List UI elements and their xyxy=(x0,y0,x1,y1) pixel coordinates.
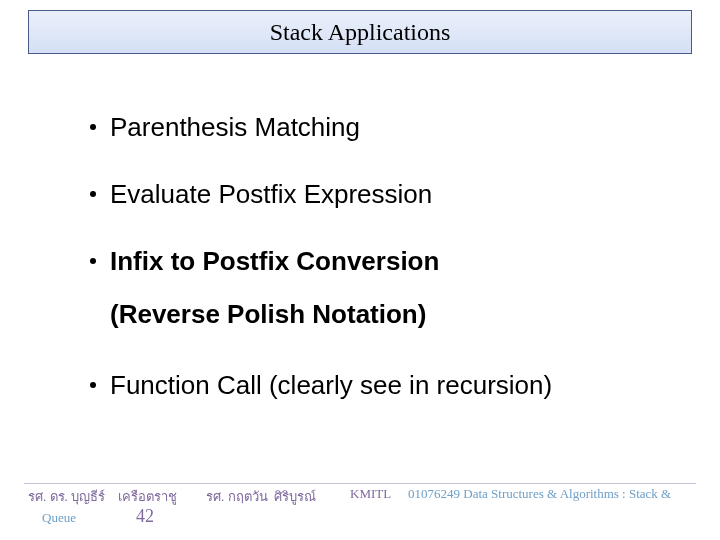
slide: Stack Applications Parenthesis Matching … xyxy=(0,0,720,540)
bullet-text: Parenthesis Matching xyxy=(110,110,360,145)
bullet-dot-icon xyxy=(90,191,96,197)
bullet-subtext-row: (Reverse Polish Notation) xyxy=(110,299,680,330)
footer-author: ศิริบูรณ์ xyxy=(274,486,316,507)
slide-footer: รศ. ดร. บุญธีร์ เครือตราชู รศ. กฤตวัน ศิ… xyxy=(28,486,700,532)
bullet-text: Evaluate Postfix Expression xyxy=(110,177,432,212)
footer-author: รศ. ดร. บุญธีร์ xyxy=(28,486,105,507)
bullet-item: Parenthesis Matching xyxy=(90,110,680,145)
slide-title: Stack Applications xyxy=(270,19,451,46)
bullet-item: Infix to Postfix Conversion xyxy=(90,244,680,279)
footer-course-cont: Queue xyxy=(42,510,76,526)
slide-title-box: Stack Applications xyxy=(28,10,692,54)
footer-author: รศ. กฤตวัน xyxy=(206,486,268,507)
bullet-dot-icon xyxy=(90,382,96,388)
bullet-item: Function Call (clearly see in recursion) xyxy=(90,368,680,403)
bullet-subtext: (Reverse Polish Notation) xyxy=(110,299,426,329)
bullet-text: Function Call (clearly see in recursion) xyxy=(110,368,552,403)
page-number: 42 xyxy=(136,506,154,527)
bullet-item: Evaluate Postfix Expression xyxy=(90,177,680,212)
footer-course: 01076249 Data Structures & Algorithms : … xyxy=(408,486,671,502)
bullet-dot-icon xyxy=(90,124,96,130)
bullet-text: Infix to Postfix Conversion xyxy=(110,244,439,279)
slide-body: Parenthesis Matching Evaluate Postfix Ex… xyxy=(90,110,680,435)
footer-author: เครือตราชู xyxy=(118,486,177,507)
bullet-dot-icon xyxy=(90,258,96,264)
footer-institution: KMITL xyxy=(350,486,391,502)
footer-divider xyxy=(24,483,696,484)
